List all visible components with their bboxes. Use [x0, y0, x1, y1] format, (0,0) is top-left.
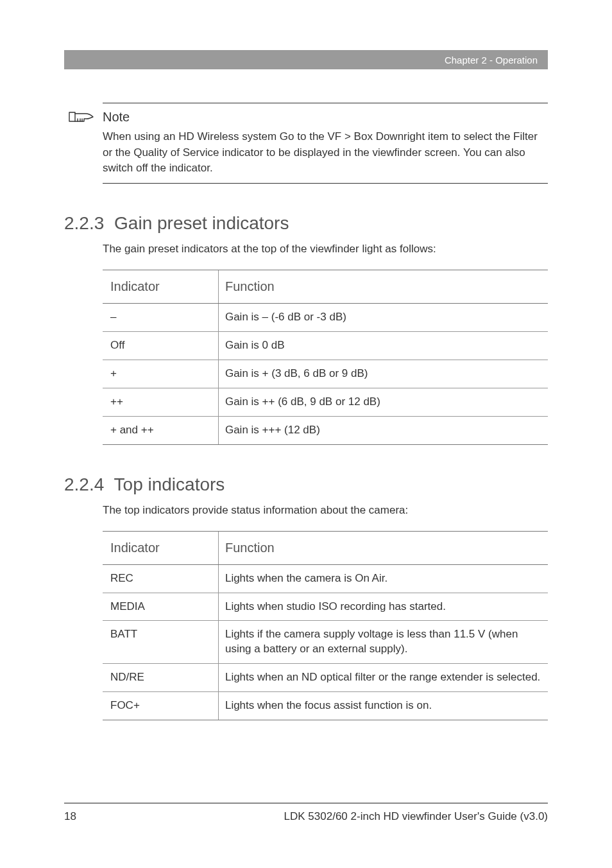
cell-indicator: BATT: [103, 621, 218, 664]
cell-indicator: Off: [103, 331, 218, 360]
page-number: 18: [64, 810, 76, 823]
cell-indicator: ++: [103, 388, 218, 416]
section-title: Top indicators: [114, 474, 225, 494]
cell-function: Gain is +++ (12 dB): [218, 416, 548, 444]
table-row: ++ Gain is ++ (6 dB, 9 dB or 12 dB): [103, 388, 548, 416]
cell-function: Lights when the focus assist function is…: [218, 692, 548, 720]
section-intro-gain: The gain preset indicators at the top of…: [103, 243, 548, 256]
col-indicator: Indicator: [103, 531, 218, 564]
cell-indicator: REC: [103, 564, 218, 593]
table-header-row: Indicator Function: [103, 531, 548, 564]
cell-function: Lights when studio ISO recording has sta…: [218, 593, 548, 621]
table-row: – Gain is – (-6 dB or -3 dB): [103, 303, 548, 331]
table-row: MEDIA Lights when studio ISO recording h…: [103, 593, 548, 621]
doc-title: LDK 5302/60 2-inch HD viewfinder User's …: [284, 810, 548, 823]
cell-function: Lights when the camera is On Air.: [218, 564, 548, 593]
gain-table: Indicator Function – Gain is – (-6 dB or…: [103, 270, 548, 445]
chapter-label: Chapter 2 - Operation: [445, 55, 538, 65]
cell-function: Gain is ++ (6 dB, 9 dB or 12 dB): [218, 388, 548, 416]
cell-indicator: ND/RE: [103, 664, 218, 692]
cell-function: Gain is + (3 dB, 6 dB or 9 dB): [218, 360, 548, 388]
note-block: Note When using an HD Wireless system Go…: [103, 103, 548, 184]
section-title: Gain preset indicators: [114, 213, 289, 233]
cell-function: Gain is 0 dB: [218, 331, 548, 360]
note-header-row: Note: [103, 108, 548, 125]
section-intro-top: The top indicators provide status inform…: [103, 504, 548, 517]
cell-indicator: +: [103, 360, 218, 388]
note-rule-top: [103, 103, 548, 103]
table-row: ND/RE Lights when an ND optical filter o…: [103, 664, 548, 692]
page-content: Note When using an HD Wireless system Go…: [64, 103, 548, 720]
section-heading-top: 2.2.4 Top indicators: [64, 474, 548, 495]
cell-function: Lights if the camera supply voltage is l…: [218, 621, 548, 664]
note-body: When using an HD Wireless system Go to t…: [103, 129, 548, 177]
table-header-row: Indicator Function: [103, 270, 548, 303]
note-title: Note: [103, 110, 130, 125]
col-function: Function: [218, 270, 548, 303]
page-footer: 18 LDK 5302/60 2-inch HD viewfinder User…: [64, 803, 548, 823]
table-row: REC Lights when the camera is On Air.: [103, 564, 548, 593]
top-indicators-table: Indicator Function REC Lights when the c…: [103, 531, 548, 721]
note-rule-bottom: [103, 183, 548, 184]
col-function: Function: [218, 531, 548, 564]
cell-function: Gain is – (-6 dB or -3 dB): [218, 303, 548, 331]
section-gain-preset: 2.2.3 Gain preset indicators The gain pr…: [64, 213, 548, 445]
section-top-indicators: 2.2.4 Top indicators The top indicators …: [64, 474, 548, 721]
page-header: Chapter 2 - Operation: [64, 50, 548, 69]
col-indicator: Indicator: [103, 270, 218, 303]
cell-indicator: FOC+: [103, 692, 218, 720]
table-row: + and ++ Gain is +++ (12 dB): [103, 416, 548, 444]
cell-function: Lights when an ND optical filter or the …: [218, 664, 548, 692]
section-number: 2.2.3: [64, 213, 104, 234]
table-row: + Gain is + (3 dB, 6 dB or 9 dB): [103, 360, 548, 388]
cell-indicator: + and ++: [103, 416, 218, 444]
section-heading-gain: 2.2.3 Gain preset indicators: [64, 213, 548, 234]
cell-indicator: MEDIA: [103, 593, 218, 621]
note-hand-icon: [67, 108, 96, 125]
table-row: FOC+ Lights when the focus assist functi…: [103, 692, 548, 720]
section-number: 2.2.4: [64, 474, 104, 495]
table-row: BATT Lights if the camera supply voltage…: [103, 621, 548, 664]
table-row: Off Gain is 0 dB: [103, 331, 548, 360]
cell-indicator: –: [103, 303, 218, 331]
